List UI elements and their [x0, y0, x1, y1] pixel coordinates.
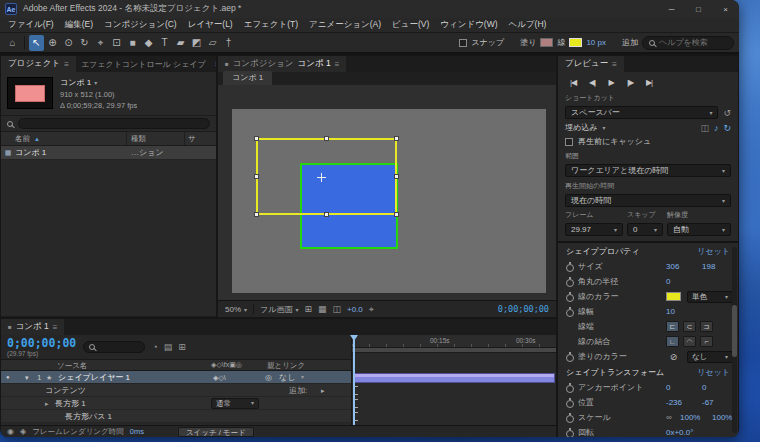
roundness-value[interactable]: 0 — [666, 277, 698, 286]
current-timecode[interactable]: 0;00;00;00 — [7, 337, 76, 350]
menu-effect[interactable]: エフェクト(T) — [244, 19, 298, 31]
round-cap-button[interactable]: ⊂ — [683, 321, 696, 332]
projecting-cap-button[interactable]: ⊐ — [700, 321, 713, 332]
stopwatch-icon[interactable] — [566, 263, 574, 271]
stopwatch-icon[interactable] — [566, 308, 574, 316]
magnification-select[interactable]: 50% ▾ — [225, 305, 247, 314]
switches-modes-toggle[interactable]: スイッチ / モード — [178, 427, 254, 437]
composition-viewer[interactable] — [218, 85, 556, 300]
selection-handle[interactable] — [394, 136, 399, 141]
column-source-name[interactable]: ソース名 — [57, 361, 87, 371]
frame-rate-select[interactable]: 29.97 ▾ — [565, 223, 623, 236]
work-area-bar[interactable] — [352, 348, 556, 353]
stroke-width-prop-value[interactable]: 10 — [666, 307, 698, 316]
shape-properties-reset[interactable]: リセット — [697, 246, 730, 257]
audio-preview-icon[interactable]: ♪ — [714, 123, 719, 133]
help-search-input[interactable] — [659, 38, 725, 47]
twirl-open-icon[interactable]: ▾ — [25, 371, 29, 384]
panel-menu-icon[interactable]: ≡ — [335, 60, 340, 69]
video-preview-icon[interactable]: ◫ — [700, 123, 709, 133]
panel-menu-icon[interactable]: ≡ — [612, 60, 617, 69]
composition-canvas[interactable] — [232, 109, 546, 293]
comp-viewer-tab[interactable]: コンポ 1 — [223, 71, 272, 85]
cache-before-playback-checkbox[interactable] — [565, 138, 573, 146]
help-search[interactable] — [642, 36, 734, 50]
pan-behind-tool-icon[interactable]: ⊡ — [109, 35, 124, 51]
miter-join-button[interactable]: ∟ — [666, 336, 679, 347]
guides-icon[interactable]: ▦ — [318, 304, 327, 314]
maximize-button[interactable]: □ — [685, 0, 712, 18]
eraser-tool-icon[interactable]: ▱ — [205, 35, 220, 51]
preview-resolution-select[interactable]: 自動 ▾ — [667, 223, 731, 236]
comp-thumbnail[interactable] — [7, 77, 53, 109]
puppet-tool-icon[interactable]: † — [221, 35, 236, 51]
minimize-button[interactable]: ─ — [658, 0, 685, 18]
bevel-join-button[interactable]: ⌐ — [700, 336, 713, 347]
loop-icon[interactable]: ↻ — [723, 123, 731, 133]
stopwatch-icon[interactable] — [566, 278, 574, 286]
scale-x-value[interactable]: 100% — [680, 413, 708, 422]
tab-overflow-icon[interactable]: » — [211, 56, 216, 72]
close-button[interactable]: × — [712, 0, 739, 18]
graph-editor-icon[interactable]: ⊞ — [178, 342, 186, 352]
brush-tool-icon[interactable]: ▰ — [173, 35, 188, 51]
shortcut-select[interactable]: スペースバー ▾ — [565, 106, 718, 119]
yellow-rectangle-shape[interactable] — [256, 138, 397, 215]
project-comp-name[interactable]: コンポ 1 — [60, 77, 91, 88]
clone-stamp-tool-icon[interactable]: ◩ — [189, 35, 204, 51]
stopwatch-icon[interactable] — [566, 414, 574, 422]
column-size[interactable]: サ — [185, 134, 216, 144]
comp-timecode[interactable]: 0;00;00;00 — [498, 304, 549, 314]
round-join-button[interactable]: ◠ — [683, 336, 696, 347]
menu-composition[interactable]: コンポジション(C) — [104, 19, 177, 31]
previous-frame-button[interactable]: ◀| — [584, 76, 600, 89]
rectangle-group-label[interactable]: 長方形 1 — [55, 397, 86, 410]
rectangle-path-label[interactable]: 長方形パス 1 — [65, 410, 112, 423]
rectangle-tool-icon[interactable]: ■ — [125, 35, 140, 51]
eye-icon[interactable]: ● — [6, 371, 10, 384]
butt-cap-button[interactable]: ⊏ — [666, 321, 679, 332]
stopwatch-icon[interactable] — [566, 429, 574, 437]
stroke-type-select[interactable]: 単色 ▾ — [687, 291, 733, 303]
resolution-select[interactable]: フル画面 ▾ — [260, 304, 298, 315]
contents-label[interactable]: コンテンツ — [45, 384, 86, 397]
timeline-search[interactable] — [83, 341, 145, 353]
stopwatch-icon[interactable] — [566, 399, 574, 407]
position-x-value[interactable]: -236 — [666, 398, 698, 407]
tab-effect-controls[interactable]: エフェクトコントロール シェイプ — [76, 56, 211, 72]
blend-mode-select[interactable]: 通常 ▾ — [211, 398, 259, 409]
size-height-value[interactable]: 198 — [702, 262, 734, 271]
menu-file[interactable]: ファイル(F) — [8, 19, 54, 31]
menu-animation[interactable]: アニメーション(A) — [309, 19, 381, 31]
skip-select[interactable]: 0 ▾ — [627, 223, 663, 236]
properties-scrollbar-thumb[interactable] — [732, 305, 737, 357]
pen-tool-icon[interactable]: ◆ — [141, 35, 156, 51]
layer-name[interactable]: シェイプレイヤー 1 — [58, 371, 130, 384]
orbit-tool-icon[interactable]: ↻ — [77, 35, 92, 51]
project-item-row[interactable]: ▦ コンポ 1 …ション — [1, 146, 216, 160]
menu-layer[interactable]: レイヤー(L) — [188, 19, 233, 31]
column-parent-link[interactable]: 親とリンク — [267, 361, 305, 371]
link-scale-icon[interactable]: ∞ — [666, 413, 676, 422]
layer-switches[interactable]: ◈◇\ — [213, 371, 226, 384]
stopwatch-icon[interactable] — [566, 353, 574, 361]
fill-color-swatch[interactable] — [540, 38, 553, 47]
parent-select[interactable]: なし — [279, 371, 295, 384]
camera-tool-icon[interactable]: ⌖ — [93, 35, 108, 51]
exposure-value[interactable]: +0.0 — [347, 305, 363, 314]
menu-help[interactable]: ヘルプ(H) — [509, 19, 547, 31]
next-frame-button[interactable]: |▶ — [622, 76, 638, 89]
stopwatch-icon[interactable] — [566, 384, 574, 392]
time-ruler[interactable]: 00:15s 00:30s — [352, 335, 556, 348]
snapshot-icon[interactable]: ⌖ — [369, 304, 374, 315]
grid-options-icon[interactable]: ⊞ — [304, 304, 312, 314]
draft-3d-icon[interactable]: ▤ — [164, 342, 173, 352]
stroke-width-value[interactable]: 10 px — [586, 38, 606, 47]
add-label[interactable]: 追加 — [622, 37, 638, 48]
selection-handle[interactable] — [254, 212, 259, 217]
project-search-input[interactable] — [18, 118, 210, 129]
shy-layers-icon[interactable]: ◈ — [20, 427, 26, 436]
selection-handle[interactable] — [254, 136, 259, 141]
menu-view[interactable]: ビュー(V) — [392, 19, 429, 31]
layer-row-shape-layer[interactable]: ● ▾ 1 ★ シェイプレイヤー 1 ◈◇\ ◎ なし ▾ — [1, 371, 351, 384]
